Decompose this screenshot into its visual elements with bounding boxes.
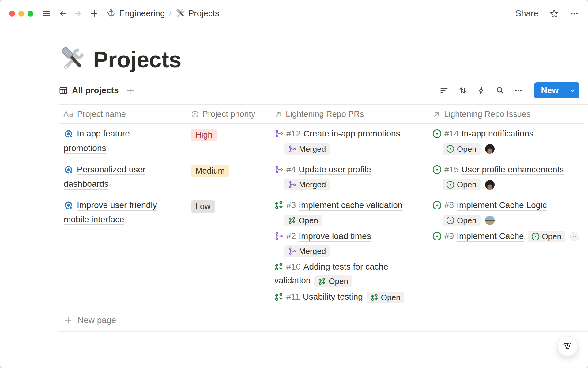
new-button-chevron-down-icon[interactable] — [565, 82, 579, 98]
projects-table: Aa Project name Project priority Lighten… — [59, 104, 588, 332]
issues-cell[interactable]: #15User profile enhancements Open — [428, 159, 585, 195]
issue-open-icon — [447, 217, 454, 224]
prs-cell[interactable]: #12Create in-app promotions Merged — [270, 124, 428, 159]
priority-tag: Low — [191, 200, 215, 213]
assignee-avatar — [570, 232, 579, 241]
new-button-label[interactable]: New — [534, 82, 565, 98]
status-badge: Merged — [284, 179, 330, 190]
anchor-icon — [107, 8, 116, 19]
add-view-icon[interactable] — [126, 86, 134, 95]
table-view-icon — [59, 86, 68, 95]
project-cycle-icon — [64, 129, 73, 142]
github-pr-mention[interactable]: #10Adding tests for cache validationOpen — [274, 261, 423, 287]
column-header-project-name[interactable]: Aa Project name — [59, 105, 186, 124]
automation-bolt-icon[interactable] — [477, 86, 486, 95]
status-badge: Open — [443, 143, 481, 155]
table-row: Personalized user dashboards Medium #4Up… — [59, 159, 588, 195]
new-page-label: New page — [77, 315, 116, 325]
issues-cell[interactable]: #8Implement Cache Logic Open #9Implement… — [428, 195, 585, 309]
assignee-avatar — [485, 144, 495, 154]
issue-open-icon — [433, 201, 441, 213]
column-header-repo-issues[interactable]: Lightening Repo Issues — [428, 105, 585, 124]
view-toolbar: New — [439, 82, 579, 98]
tab-all-projects[interactable]: All projects — [59, 86, 119, 95]
github-issue-mention[interactable]: #15User profile enhancements Open — [433, 163, 580, 191]
issue-open-icon — [433, 232, 441, 244]
priority-cell[interactable]: High — [186, 124, 270, 159]
view-options-icon[interactable] — [514, 86, 523, 95]
git-merge-icon — [288, 181, 296, 189]
table-row: Improve user friendly mobile interface L… — [59, 195, 588, 309]
column-header-project-priority[interactable]: Project priority — [186, 105, 270, 124]
github-pr-mention[interactable]: #3Implement cache validation Open — [274, 199, 423, 226]
minimize-button[interactable] — [18, 11, 24, 17]
project-cycle-icon — [64, 201, 73, 213]
git-merge-icon — [274, 232, 283, 244]
notion-window: Engineering / Projects Share Projects Al… — [0, 0, 588, 368]
select-property-icon — [191, 110, 199, 118]
hammer-wrench-icon — [176, 9, 185, 18]
prs-cell[interactable]: #3Implement cache validation Open #2Impr… — [270, 195, 428, 309]
git-pull-request-icon — [274, 292, 283, 305]
priority-cell[interactable]: Medium — [186, 159, 270, 195]
new-page-row[interactable]: New page — [59, 309, 588, 332]
issue-open-icon — [433, 165, 441, 177]
git-merge-icon — [274, 129, 283, 141]
sort-icon[interactable] — [458, 86, 467, 95]
git-merge-icon — [288, 247, 296, 255]
github-issue-mention[interactable]: #14In-app notifications Open — [433, 128, 580, 155]
traffic-lights — [9, 11, 33, 17]
plus-icon — [64, 316, 72, 324]
favorite-star-icon[interactable] — [549, 9, 559, 18]
github-pr-mention[interactable]: #2Improve load times Merged — [274, 230, 423, 257]
share-button[interactable]: Share — [515, 9, 538, 18]
more-options-icon[interactable] — [570, 9, 579, 18]
priority-cell[interactable]: Low — [186, 195, 270, 309]
status-badge: Open — [443, 215, 481, 226]
git-pull-request-icon — [274, 201, 283, 213]
breadcrumb-workspace-label: Engineering — [119, 9, 165, 18]
table-row: In app feature promotions High #12Create… — [59, 124, 588, 159]
github-issue-mention[interactable]: #8Implement Cache Logic Open — [433, 199, 580, 226]
window-titlebar: Engineering / Projects Share — [0, 0, 588, 27]
zoom-button[interactable] — [28, 11, 33, 17]
project-name-cell[interactable]: In app feature promotions — [59, 124, 186, 159]
new-button[interactable]: New — [534, 82, 579, 98]
breadcrumb-page-label: Projects — [188, 9, 219, 18]
issues-cell[interactable]: #14In-app notifications Open — [428, 124, 585, 159]
forward-icon[interactable] — [74, 9, 82, 18]
priority-tag: High — [191, 129, 217, 141]
git-pull-request-icon — [288, 217, 296, 224]
status-badge: Open — [284, 215, 322, 226]
view-tab-label: All projects — [72, 86, 119, 95]
new-tab-icon[interactable] — [90, 10, 98, 17]
back-icon[interactable] — [58, 9, 67, 18]
project-name-cell[interactable]: Improve user friendly mobile interface — [59, 195, 186, 309]
notion-ai-button[interactable] — [557, 336, 578, 356]
status-badge: Merged — [284, 245, 330, 257]
sidebar-menu-icon[interactable] — [42, 9, 51, 18]
page-header: Projects — [60, 47, 181, 73]
search-icon[interactable] — [496, 86, 505, 95]
github-pr-mention[interactable]: #4Update user profile Merged — [274, 163, 423, 191]
page-icon-hammer-wrench[interactable] — [60, 47, 85, 73]
text-property-icon: Aa — [63, 109, 74, 119]
git-merge-icon — [288, 145, 296, 153]
issue-open-icon — [447, 181, 454, 189]
page-title: Projects — [93, 47, 181, 73]
project-name-cell[interactable]: Personalized user dashboards — [59, 159, 186, 195]
github-issue-mention[interactable]: #9Implement CacheOpen — [433, 230, 580, 244]
github-pr-mention[interactable]: #12Create in-app promotions Merged — [274, 128, 423, 155]
topbar-actions: Share — [515, 9, 579, 18]
breadcrumb-workspace[interactable]: Engineering — [107, 8, 165, 19]
prs-cell[interactable]: #4Update user profile Merged — [270, 159, 428, 195]
table-header-row: Aa Project name Project priority Lighten… — [59, 105, 588, 124]
git-pull-request-icon — [371, 293, 378, 301]
column-header-repo-prs[interactable]: Lightening Repo PRs — [270, 105, 428, 124]
filter-icon[interactable] — [439, 86, 449, 95]
github-pr-mention[interactable]: #11Usability testingOpen — [274, 291, 423, 305]
status-badge: Open — [528, 231, 566, 242]
close-button[interactable] — [9, 11, 15, 17]
breadcrumb-page[interactable]: Projects — [176, 9, 219, 18]
status-badge: Open — [314, 275, 352, 287]
